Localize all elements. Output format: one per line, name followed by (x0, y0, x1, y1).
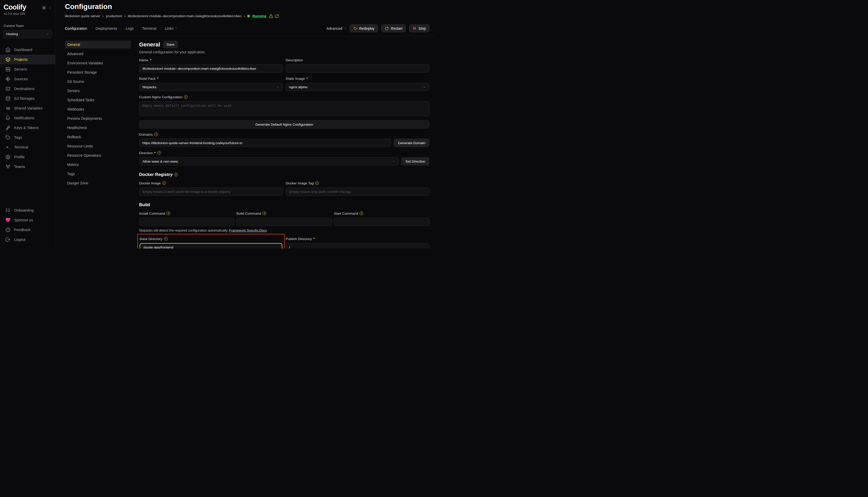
sidebar-spacer (0, 172, 55, 199)
sidebar-item-terminal[interactable]: >_ Terminal (0, 142, 55, 152)
cfg-item-persistent-storage[interactable]: Persistent Storage (65, 69, 131, 76)
team-select-value: Hosting (6, 32, 18, 36)
cfg-item-healthcheck[interactable]: Healthcheck (65, 124, 131, 131)
direction-select[interactable]: Allow www & non-www. (139, 157, 399, 166)
breadcrumb-resource[interactable]: illicitestonion/-module--decomposition:m… (128, 14, 242, 18)
name-input[interactable] (139, 65, 283, 73)
start-command-input[interactable] (334, 218, 429, 226)
sidebar-item-sponsor[interactable]: Sponsor us (0, 215, 55, 225)
sidebar-item-projects[interactable]: Projects (0, 55, 55, 65)
cfg-item-resource-operations[interactable]: Resource Operations (65, 152, 131, 159)
restart-icon (385, 26, 389, 30)
app-logo: Coolify (4, 4, 42, 11)
sidebar-footer: Onboarding Sponsor us Feedback Logout (0, 205, 55, 244)
status-running-link[interactable]: Running (252, 14, 266, 18)
tab-deployments[interactable]: Deployments (95, 26, 117, 30)
cfg-item-advanced[interactable]: Advanced (65, 50, 131, 58)
install-command-input[interactable] (139, 218, 235, 226)
home-icon (5, 47, 11, 52)
map-icon (5, 86, 11, 91)
generate-domain-button[interactable]: Generate Domain (394, 139, 429, 147)
nixpacks-note: Nixpacks will detect the required config… (139, 228, 429, 232)
docker-image-input[interactable] (139, 187, 283, 196)
sidebar-collapse-chevrons-icon[interactable] (49, 6, 52, 11)
warning-triangle-icon[interactable] (269, 14, 273, 18)
chevron-down-icon (46, 32, 49, 36)
tab-configuration[interactable]: Configuration (65, 26, 87, 30)
cfg-item-metrics[interactable]: Metrics (65, 161, 131, 169)
cfg-item-servers[interactable]: Servers (65, 87, 131, 95)
sidebar-item-notifications[interactable]: Notifications (0, 113, 55, 123)
description-input[interactable] (286, 65, 429, 73)
build-command-input[interactable] (236, 218, 332, 226)
logo-row: Coolify (0, 4, 55, 11)
logout-icon (5, 237, 11, 242)
cfg-item-scheduled-tasks[interactable]: Scheduled Tasks (65, 96, 131, 104)
current-team-label: Current Team (0, 24, 55, 28)
framework-docs-link[interactable]: Framework Specific Docs (229, 228, 267, 232)
breadcrumb: illicitonion quote server › production ›… (65, 14, 429, 18)
redeploy-button[interactable]: Redeploy (349, 24, 378, 32)
info-icon: i (315, 181, 319, 185)
cfg-item-environment-variables[interactable]: Environment Variables (65, 59, 131, 67)
cfg-item-resource-limits[interactable]: Resource Limits (65, 142, 131, 150)
sidebar-item-profile[interactable]: Profile (0, 152, 55, 162)
theme-toggle-sun-icon[interactable] (42, 6, 46, 11)
chevron-down-icon (392, 160, 396, 163)
sidebar-item-logout[interactable]: Logout (0, 235, 55, 244)
sidebar-item-destinations[interactable]: Destinations (0, 84, 55, 94)
chevron-right-icon: › (102, 14, 104, 18)
cfg-item-general[interactable]: General (65, 41, 131, 48)
layers-icon (5, 57, 11, 62)
build-pack-select[interactable]: Nixpacks (139, 83, 283, 91)
sidebar-item-s3-storages[interactable]: S3 Storages (0, 94, 55, 103)
chevron-right-icon: › (124, 14, 125, 18)
static-image-select[interactable]: nginx:alpine (286, 83, 429, 91)
team-select[interactable]: Hosting (3, 30, 52, 38)
publish-directory-input[interactable] (286, 243, 429, 248)
advanced-toggle[interactable]: Advanced (327, 26, 346, 30)
sidebar-item-feedback[interactable]: Feedback (0, 225, 55, 235)
cfg-item-webhooks[interactable]: Webhooks (65, 105, 131, 113)
sidebar-item-dashboard[interactable]: Dashboard (0, 45, 55, 55)
refresh-icon[interactable] (275, 14, 279, 18)
key-icon (5, 125, 11, 130)
save-button[interactable]: Save (163, 41, 178, 48)
database-icon (5, 96, 11, 101)
user-circle-icon (5, 154, 11, 159)
restart-button[interactable]: Restart (381, 24, 406, 32)
breadcrumb-project[interactable]: illicitonion quote server (65, 14, 100, 18)
sidebar-item-keys-tokens[interactable]: Keys & Tokens (0, 123, 55, 132)
sidebar-item-sources[interactable]: Sources (0, 74, 55, 84)
section-subtitle: General configuration for your applicati… (139, 50, 429, 54)
cfg-item-tags[interactable]: Tags (65, 170, 131, 178)
nginx-config-textarea[interactable] (139, 101, 429, 116)
redeploy-icon (353, 26, 357, 30)
sidebar-item-shared-variables[interactable]: (x) Shared Variables (0, 103, 55, 113)
tab-logs[interactable]: Logs (126, 26, 134, 30)
build-heading: Build (139, 202, 429, 208)
users-icon (5, 164, 11, 169)
heart-icon (5, 217, 11, 223)
base-directory-input[interactable] (140, 243, 282, 248)
tab-terminal[interactable]: Terminal (142, 26, 156, 30)
breadcrumb-environment[interactable]: production (106, 14, 122, 18)
page-header: Configuration illicitonion quote server … (55, 0, 434, 18)
generate-nginx-button[interactable]: Generate Default Nginx Configuration (139, 120, 429, 128)
sidebar-item-teams[interactable]: Teams (0, 162, 55, 172)
chevron-down-icon (276, 85, 279, 89)
sidebar-item-servers[interactable]: Servers (0, 65, 55, 74)
domains-input[interactable] (139, 139, 391, 147)
bell-icon (5, 115, 11, 120)
set-direction-button[interactable]: Set Direction (401, 157, 429, 166)
sidebar-item-tags[interactable]: Tags (0, 132, 55, 142)
cfg-item-git-source[interactable]: Git Source (65, 78, 131, 85)
sidebar-item-onboarding[interactable]: Onboarding (0, 205, 55, 215)
stop-button[interactable]: Stop (409, 24, 429, 32)
cfg-item-danger-zone[interactable]: Danger Zone (65, 179, 131, 187)
cfg-item-preview-deployments[interactable]: Preview Deployments (65, 115, 131, 122)
docker-image-tag-input[interactable] (286, 187, 429, 196)
docker-image-label: Docker Imagei (139, 181, 283, 185)
tab-links[interactable]: Links (165, 26, 177, 30)
cfg-item-rollback[interactable]: Rollback (65, 133, 131, 141)
